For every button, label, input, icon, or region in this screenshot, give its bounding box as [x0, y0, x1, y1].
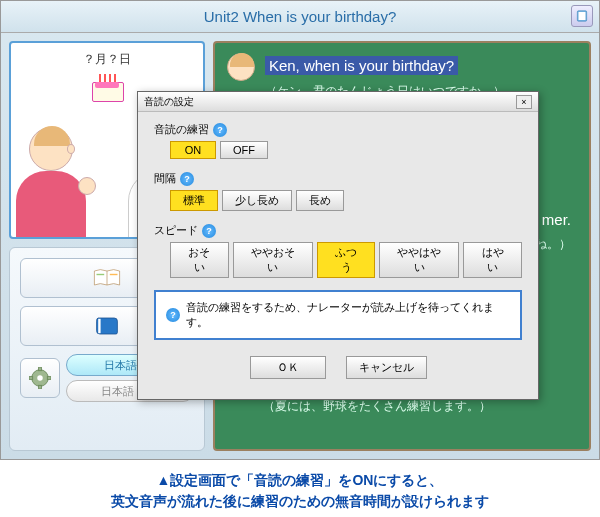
message-4-jp: （夏には、野球をたくさん練習します。）	[263, 399, 491, 413]
speed-slower-button[interactable]: ややおそい	[233, 242, 313, 278]
titlebar: Unit2 When is your birthday?	[1, 1, 599, 33]
svg-rect-1	[579, 12, 586, 20]
dialog-titlebar: 音読の設定 ×	[138, 92, 538, 112]
speed-slow-button[interactable]: おそい	[170, 242, 229, 278]
interval-longer-button[interactable]: 少し長め	[222, 190, 292, 211]
svg-rect-4	[98, 319, 100, 333]
close-icon[interactable]: ×	[516, 95, 532, 109]
caption-line-2: 英文音声が流れた後に練習のための無音時間が設けられます	[20, 491, 580, 512]
svg-rect-8	[39, 385, 42, 389]
svg-rect-7	[39, 367, 42, 371]
speed-label: スピード	[154, 223, 198, 238]
practice-off-button[interactable]: OFF	[220, 141, 268, 159]
caption: ▲設定画面で「音読の練習」をONにすると、 英文音声が流れた後に練習のための無音…	[0, 460, 600, 517]
help-icon[interactable]	[571, 5, 593, 27]
app-window: Unit2 When is your birthday? ？月？日	[0, 0, 600, 460]
svg-point-6	[37, 375, 43, 381]
interval-standard-button[interactable]: 標準	[170, 190, 218, 211]
practice-on-button[interactable]: ON	[170, 141, 216, 159]
dialog-title: 音読の設定	[144, 95, 194, 109]
info-icon[interactable]: ?	[213, 123, 227, 137]
avatar-ken	[227, 53, 255, 81]
info-icon: ?	[166, 308, 180, 322]
hint-text: 音読の練習をするため、ナレーターが読み上げを待ってくれます。	[186, 300, 510, 330]
page-title: Unit2 When is your birthday?	[204, 8, 397, 25]
svg-rect-9	[29, 377, 33, 380]
speed-normal-button[interactable]: ふつう	[317, 242, 376, 278]
message-2-en: mer.	[542, 211, 571, 228]
hint-box: ? 音読の練習をするため、ナレーターが読み上げを待ってくれます。	[154, 290, 522, 340]
interval-longest-button[interactable]: 長め	[296, 190, 344, 211]
option-practice: 音読の練習? ON OFF	[154, 122, 522, 159]
practice-label: 音読の練習	[154, 122, 209, 137]
ok-button[interactable]: ＯＫ	[250, 356, 326, 379]
speed-faster-button[interactable]: ややはやい	[379, 242, 459, 278]
settings-button[interactable]	[20, 358, 60, 398]
caption-line-1: ▲設定画面で「音読の練習」をONにすると、	[20, 470, 580, 491]
interval-label: 間隔	[154, 171, 176, 186]
svg-rect-10	[47, 377, 51, 380]
option-speed: スピード? おそい ややおそい ふつう ややはやい はやい	[154, 223, 522, 278]
settings-dialog: 音読の設定 × 音読の練習? ON OFF 間隔? 標準 少し長め 長め スピ	[137, 91, 539, 400]
speed-fast-button[interactable]: はやい	[463, 242, 522, 278]
info-icon[interactable]: ?	[180, 172, 194, 186]
cancel-button[interactable]: キャンセル	[346, 356, 427, 379]
message-1-en: Ken, when is your birthday?	[265, 56, 458, 75]
info-icon[interactable]: ?	[202, 224, 216, 238]
svg-rect-3	[110, 274, 118, 275]
option-interval: 間隔? 標準 少し長め 長め	[154, 171, 522, 211]
cake-icon	[87, 72, 127, 102]
date-label: ？月？日	[19, 51, 195, 68]
character-ken	[11, 127, 91, 237]
svg-rect-2	[97, 274, 105, 275]
